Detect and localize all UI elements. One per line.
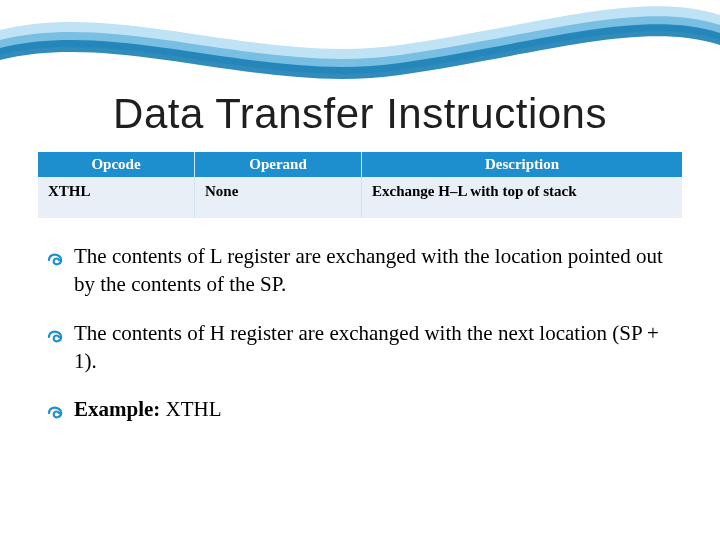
bullet-list: The contents of L register are exchanged… [48,242,680,425]
swirl-bullet-icon [48,252,68,272]
table-header-row: Opcode Operand Description [38,152,682,177]
decorative-wave-header [0,0,720,100]
col-header-operand: Operand [195,152,362,177]
table-row: XTHL None Exchange H–L with top of stack [38,177,682,218]
bullet-text: The contents of L register are exchanged… [74,242,680,299]
cell-description: Exchange H–L with top of stack [362,177,683,218]
cell-opcode: XTHL [38,177,195,218]
col-header-opcode: Opcode [38,152,195,177]
example-label: Example: [74,397,160,421]
slide-title: Data Transfer Instructions [0,90,720,138]
col-header-description: Description [362,152,683,177]
instruction-table: Opcode Operand Description XTHL None Exc… [38,152,682,218]
list-item: The contents of H register are exchanged… [48,319,680,376]
example-line: Example: XTHL [74,395,222,423]
list-item: The contents of L register are exchanged… [48,242,680,299]
example-value: XTHL [166,397,222,421]
list-item: Example: XTHL [48,395,680,425]
cell-operand: None [195,177,362,218]
bullet-text: The contents of H register are exchanged… [74,319,680,376]
swirl-bullet-icon [48,329,68,349]
swirl-bullet-icon [48,405,68,425]
